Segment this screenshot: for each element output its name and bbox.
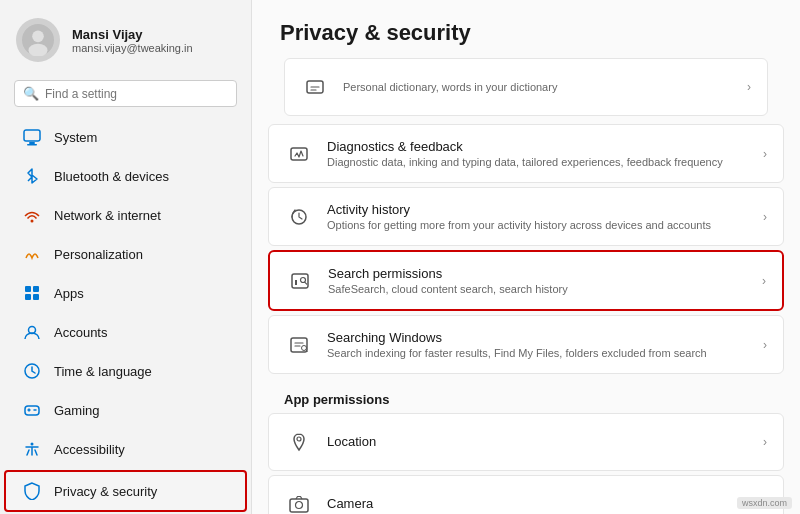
svg-rect-13 (25, 406, 39, 415)
watermark: wsxdn.com (737, 497, 792, 509)
sidebar-item-gaming[interactable]: Gaming (6, 391, 245, 429)
searching-windows-desc: Search indexing for faster results, Find… (327, 347, 749, 359)
settings-item-activity[interactable]: Activity history Options for getting mor… (268, 187, 784, 246)
sidebar-item-system-label: System (54, 130, 97, 145)
apps-icon (22, 283, 42, 303)
system-icon (22, 127, 42, 147)
settings-item-camera[interactable]: Camera › (268, 475, 784, 514)
sidebar-item-system[interactable]: System (6, 118, 245, 156)
sidebar-item-apps-label: Apps (54, 286, 84, 301)
search-permissions-icon (286, 267, 314, 295)
avatar (16, 18, 60, 62)
camera-icon (285, 490, 313, 514)
truncated-desc: Personal dictionary, words in your dicti… (343, 81, 733, 93)
camera-text: Camera (327, 496, 749, 513)
search-permissions-desc: SafeSearch, cloud content search, search… (328, 283, 748, 295)
svg-point-6 (31, 220, 34, 223)
sidebar-item-accounts[interactable]: Accounts (6, 313, 245, 351)
location-icon (285, 428, 313, 456)
search-icon: 🔍 (23, 86, 39, 101)
nav-list: System Bluetooth & devices Network & int… (0, 117, 251, 514)
accounts-icon (22, 322, 42, 342)
location-text: Location (327, 434, 749, 451)
sidebar-item-personalization-label: Personalization (54, 247, 143, 262)
user-name: Mansi Vijay (72, 27, 193, 42)
settings-item-location[interactable]: Location › (268, 413, 784, 471)
svg-point-24 (296, 502, 303, 509)
sidebar: Mansi Vijay mansi.vijay@tweaking.in 🔍 Sy… (0, 0, 252, 514)
time-icon (22, 361, 42, 381)
sidebar-item-personalization[interactable]: Personalization (6, 235, 245, 273)
activity-text: Activity history Options for getting mor… (327, 202, 749, 231)
searching-windows-icon (285, 331, 313, 359)
settings-item-diagnostics[interactable]: Diagnostics & feedback Diagnostic data, … (268, 124, 784, 183)
settings-list: Personal dictionary, words in your dicti… (252, 58, 800, 514)
diagnostics-icon (285, 140, 313, 168)
sidebar-item-accessibility[interactable]: Accessibility (6, 430, 245, 468)
svg-rect-7 (25, 286, 31, 292)
activity-desc: Options for getting more from your activ… (327, 219, 749, 231)
svg-rect-4 (29, 142, 35, 144)
searching-windows-title: Searching Windows (327, 330, 749, 345)
truncated-icon (301, 73, 329, 101)
top-truncated: Personal dictionary, words in your dicti… (268, 58, 784, 124)
sidebar-item-accounts-label: Accounts (54, 325, 107, 340)
settings-item-searching-windows[interactable]: Searching Windows Search indexing for fa… (268, 315, 784, 374)
chevron-right-icon: › (763, 338, 767, 352)
bluetooth-icon (22, 166, 42, 186)
truncated-text: Personal dictionary, words in your dicti… (343, 81, 733, 93)
svg-rect-10 (33, 294, 39, 300)
chevron-right-icon: › (747, 80, 751, 94)
searching-windows-text: Searching Windows Search indexing for fa… (327, 330, 749, 359)
svg-point-22 (297, 437, 301, 441)
gaming-icon (22, 400, 42, 420)
svg-rect-3 (24, 130, 40, 141)
app-permissions-label: App permissions (268, 378, 784, 413)
sidebar-item-accessibility-label: Accessibility (54, 442, 125, 457)
sidebar-item-bluetooth-label: Bluetooth & devices (54, 169, 169, 184)
chevron-right-icon: › (763, 147, 767, 161)
sidebar-item-gaming-label: Gaming (54, 403, 100, 418)
main-content: Privacy & security Personal dictionary, … (252, 0, 800, 514)
search-permissions-title: Search permissions (328, 266, 748, 281)
svg-point-14 (31, 443, 34, 446)
user-profile[interactable]: Mansi Vijay mansi.vijay@tweaking.in (0, 0, 251, 76)
activity-title: Activity history (327, 202, 749, 217)
personalization-icon (22, 244, 42, 264)
svg-rect-20 (291, 338, 307, 352)
settings-item-search-permissions[interactable]: Search permissions SafeSearch, cloud con… (268, 250, 784, 311)
sidebar-item-apps[interactable]: Apps (6, 274, 245, 312)
page-title: Privacy & security (280, 20, 772, 46)
diagnostics-text: Diagnostics & feedback Diagnostic data, … (327, 139, 749, 168)
search-input[interactable] (45, 87, 228, 101)
location-title: Location (327, 434, 749, 449)
activity-icon (285, 203, 313, 231)
accessibility-icon (22, 439, 42, 459)
user-email: mansi.vijay@tweaking.in (72, 42, 193, 54)
svg-rect-16 (291, 148, 307, 160)
camera-title: Camera (327, 496, 749, 511)
sidebar-item-time[interactable]: Time & language (6, 352, 245, 390)
sidebar-item-privacy[interactable]: Privacy & security (4, 470, 247, 512)
chevron-right-icon: › (762, 274, 766, 288)
sidebar-item-privacy-label: Privacy & security (54, 484, 157, 499)
chevron-right-icon: › (763, 435, 767, 449)
search-box[interactable]: 🔍 (14, 80, 237, 107)
svg-rect-8 (33, 286, 39, 292)
chevron-right-icon: › (763, 210, 767, 224)
sidebar-item-bluetooth[interactable]: Bluetooth & devices (6, 157, 245, 195)
user-info: Mansi Vijay mansi.vijay@tweaking.in (72, 27, 193, 54)
sidebar-item-time-label: Time & language (54, 364, 152, 379)
privacy-icon (22, 481, 42, 501)
diagnostics-desc: Diagnostic data, inking and typing data,… (327, 156, 749, 168)
svg-point-1 (32, 31, 44, 43)
network-icon (22, 205, 42, 225)
sidebar-item-network-label: Network & internet (54, 208, 161, 223)
main-header: Privacy & security (252, 0, 800, 58)
diagnostics-title: Diagnostics & feedback (327, 139, 749, 154)
svg-rect-5 (27, 144, 37, 146)
search-permissions-text: Search permissions SafeSearch, cloud con… (328, 266, 748, 295)
settings-item-truncated[interactable]: Personal dictionary, words in your dicti… (284, 58, 768, 116)
sidebar-item-network[interactable]: Network & internet (6, 196, 245, 234)
svg-rect-9 (25, 294, 31, 300)
